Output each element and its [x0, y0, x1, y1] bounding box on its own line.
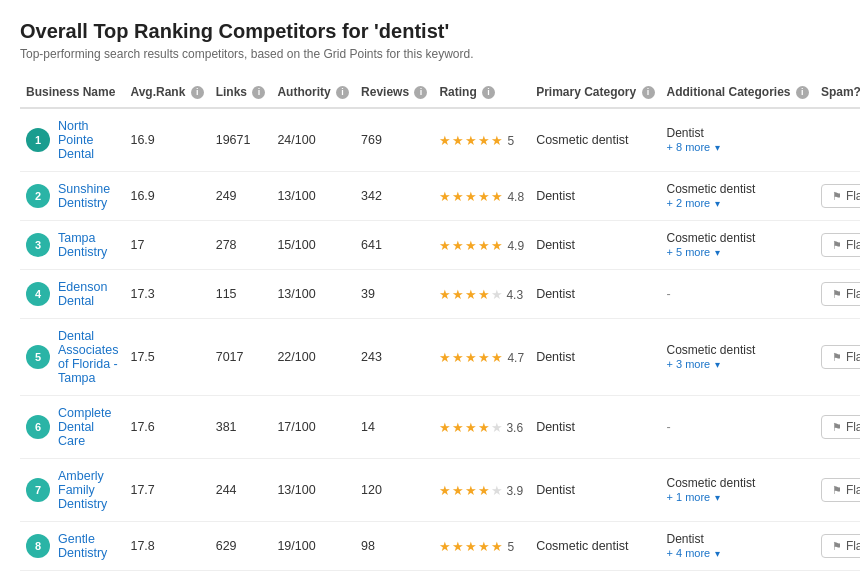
authority-info-icon[interactable]: i: [336, 86, 349, 99]
table-row: 4 Edenson Dental 17.311513/10039★★★★★4.3…: [20, 270, 860, 319]
primary-category-cell: Cosmetic dentist: [530, 522, 660, 571]
rating-number: 4.7: [507, 351, 524, 365]
spam-cell: ⚑ Flag: [815, 172, 860, 221]
business-name-link[interactable]: Sunshine Dentistry: [58, 182, 118, 210]
rank-badge: 5: [26, 345, 50, 369]
reviews-cell: 769: [355, 108, 433, 172]
rating-cell: ★★★★★4.9: [433, 221, 530, 270]
chevron-down-icon: ▾: [715, 359, 720, 370]
authority-cell: 15/100: [271, 221, 355, 270]
rating-number: 4.8: [507, 190, 524, 204]
links-cell: 629: [210, 522, 272, 571]
links-cell: 19671: [210, 108, 272, 172]
more-cats-link[interactable]: + 8 more ▾: [667, 141, 721, 153]
competitors-table: Business Name Avg.Rank i Links i Authori…: [20, 77, 860, 573]
star-full-icon: ★: [478, 133, 491, 148]
star-full-icon: ★: [439, 539, 452, 554]
table-row: 1 North Pointe Dental 16.91967124/100769…: [20, 108, 860, 172]
additional-cats-info-icon[interactable]: i: [796, 86, 809, 99]
flag-icon: ⚑: [832, 288, 842, 301]
spam-cell: ⚑ Flag: [815, 221, 860, 270]
business-name-link[interactable]: Amberly Family Dentistry: [58, 469, 118, 511]
star-full-icon: ★: [452, 133, 465, 148]
business-name-cell: 3 Tampa Dentistry: [20, 221, 124, 270]
star-full-icon: ★: [465, 483, 478, 498]
avg-rank-cell: 17.8: [124, 522, 209, 571]
star-full-icon: ★: [478, 350, 491, 365]
star-half-icon: ★: [478, 483, 491, 498]
rating-number: 5: [507, 134, 514, 148]
additional-cats-content: Dentist + 8 more ▾: [667, 126, 809, 154]
star-full-icon: ★: [439, 238, 452, 253]
links-info-icon[interactable]: i: [252, 86, 265, 99]
flag-icon: ⚑: [832, 540, 842, 553]
business-name-link[interactable]: Complete Dental Care: [58, 406, 118, 448]
primary-category-cell: Cosmetic dentist: [530, 108, 660, 172]
rating-number: 4.3: [506, 288, 523, 302]
business-name-link[interactable]: North Pointe Dental: [58, 119, 118, 161]
additional-cats-content: Cosmetic dentist + 3 more ▾: [667, 343, 809, 371]
reviews-cell: 641: [355, 221, 433, 270]
flag-button[interactable]: ⚑ Flag: [821, 415, 860, 439]
business-name-link[interactable]: Dental Associates of Florida - Tampa: [58, 329, 118, 385]
star-full-icon: ★: [439, 287, 452, 302]
business-name-cell: 4 Edenson Dental: [20, 270, 124, 319]
star-full-icon: ★: [478, 539, 491, 554]
authority-cell: 13/100: [271, 172, 355, 221]
rating-cell: ★★★★★3.6: [433, 396, 530, 459]
additional-cat-name: Cosmetic dentist: [667, 343, 809, 357]
reviews-info-icon[interactable]: i: [414, 86, 427, 99]
primary-category-cell: Dentist: [530, 172, 660, 221]
star-full-icon: ★: [452, 238, 465, 253]
business-name-link[interactable]: Tampa Dentistry: [58, 231, 118, 259]
flag-button[interactable]: ⚑ Flag: [821, 184, 860, 208]
col-business-name: Business Name: [20, 77, 124, 108]
flag-button[interactable]: ⚑ Flag: [821, 478, 860, 502]
business-name-link[interactable]: Edenson Dental: [58, 280, 118, 308]
primary-cat-info-icon[interactable]: i: [642, 86, 655, 99]
flag-button[interactable]: ⚑ Flag: [821, 534, 860, 558]
flag-button[interactable]: ⚑ Flag: [821, 233, 860, 257]
more-cats-link[interactable]: + 1 more ▾: [667, 491, 721, 503]
avg-rank-cell: 17.5: [124, 319, 209, 396]
star-full-icon: ★: [465, 133, 478, 148]
authority-cell: 13/100: [271, 270, 355, 319]
table-row: 3 Tampa Dentistry 1727815/100641★★★★★4.9…: [20, 221, 860, 270]
page-subtitle: Top-performing search results competitor…: [20, 47, 840, 61]
rating-number: 5: [507, 540, 514, 554]
authority-cell: 13/100: [271, 459, 355, 522]
rating-cell: ★★★★★5: [433, 108, 530, 172]
reviews-cell: 342: [355, 172, 433, 221]
star-half-icon: ★: [491, 350, 504, 365]
links-cell: 249: [210, 172, 272, 221]
flag-icon: ⚑: [832, 351, 842, 364]
business-name-link[interactable]: Gentle Dentistry: [58, 532, 118, 560]
col-avg-rank: Avg.Rank i: [124, 77, 209, 108]
avg-rank-cell: 16.9: [124, 172, 209, 221]
links-cell: 115: [210, 270, 272, 319]
flag-button[interactable]: ⚑ Flag: [821, 345, 860, 369]
star-half-icon: ★: [491, 238, 504, 253]
more-cats-link[interactable]: + 3 more ▾: [667, 358, 721, 370]
col-links: Links i: [210, 77, 272, 108]
links-cell: 278: [210, 221, 272, 270]
authority-cell: 17/100: [271, 396, 355, 459]
col-reviews: Reviews i: [355, 77, 433, 108]
more-cats-link[interactable]: + 2 more ▾: [667, 197, 721, 209]
rating-number: 3.9: [506, 484, 523, 498]
spam-cell: [815, 108, 860, 172]
rating-cell: ★★★★★4.7: [433, 319, 530, 396]
spam-cell: ⚑ Flag: [815, 396, 860, 459]
primary-category-cell: Dentist: [530, 270, 660, 319]
col-additional-cats: Additional Categories i: [661, 77, 815, 108]
rating-info-icon[interactable]: i: [482, 86, 495, 99]
star-empty-icon: ★: [491, 484, 503, 498]
star-full-icon: ★: [478, 189, 491, 204]
more-cats-link[interactable]: + 4 more ▾: [667, 547, 721, 559]
flag-button[interactable]: ⚑ Flag: [821, 282, 860, 306]
rating-cell: ★★★★★3.9: [433, 459, 530, 522]
additional-cat-name: Dentist: [667, 126, 809, 140]
additional-cat-name: Cosmetic dentist: [667, 231, 809, 245]
avg-rank-info-icon[interactable]: i: [191, 86, 204, 99]
more-cats-link[interactable]: + 5 more ▾: [667, 246, 721, 258]
